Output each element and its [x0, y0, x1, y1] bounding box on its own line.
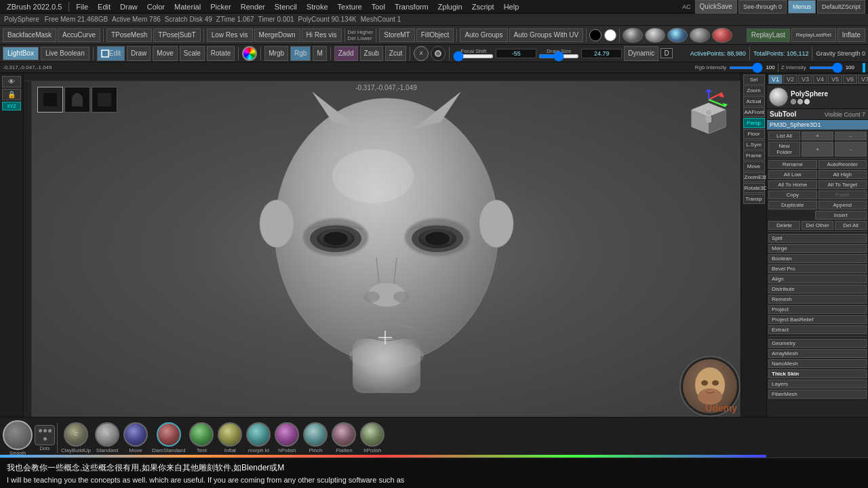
copy-btn[interactable]: Copy	[768, 190, 817, 199]
duplicate-btn[interactable]: Duplicate	[768, 201, 817, 209]
tpose-mesh-button[interactable]: TPoseMesh	[106, 28, 152, 42]
autoreorder-btn[interactable]: AutoReorder	[818, 160, 867, 169]
layers-btn[interactable]: Layers	[768, 380, 867, 388]
boolean-btn[interactable]: Boolean	[768, 254, 867, 263]
progress-indicator[interactable]	[863, 63, 865, 73]
lightbox-button[interactable]: LightBox	[3, 47, 39, 60]
inflate-button[interactable]: Inflate	[837, 28, 865, 42]
live-boolean-button[interactable]: Live Boolean	[41, 47, 90, 60]
bevel-pro-btn[interactable]: Bevel Pro	[768, 264, 867, 273]
menu-picker[interactable]: Picker	[206, 0, 235, 13]
new-folder-btn[interactable]: New Folder	[768, 142, 800, 157]
rename-btn[interactable]: Rename	[768, 160, 817, 169]
menu-zscript[interactable]: Zscript	[468, 0, 498, 13]
stroke-type-selector[interactable]: Dots	[35, 425, 55, 451]
lsym-button[interactable]: L.Sym	[743, 140, 765, 150]
background-color[interactable]	[604, 29, 616, 41]
claybuildupbrush-tool[interactable]: C ClayBuildUp	[60, 421, 92, 455]
align-btn[interactable]: Align	[768, 274, 867, 283]
append-btn[interactable]: Append	[818, 201, 867, 209]
menu-help[interactable]: Help	[500, 0, 524, 13]
draw-button[interactable]: Draw	[127, 46, 151, 61]
hires-button[interactable]: Hi Res vis	[302, 28, 342, 42]
foreground-color[interactable]	[589, 29, 601, 41]
v4-tab[interactable]: V4	[813, 75, 827, 84]
color-dot-3[interactable]	[804, 99, 810, 104]
flat-color-material[interactable]	[623, 28, 643, 43]
flatten-brush-tool[interactable]: Flatten	[330, 421, 357, 455]
project-basrelief-btn[interactable]: Project BasRelief	[768, 315, 867, 324]
merge-btn[interactable]: Merge	[768, 244, 867, 253]
draw-size-slider[interactable]	[538, 54, 579, 58]
menu-texture[interactable]: Texture	[334, 0, 366, 13]
replay-lastrel-button[interactable]: ReplayLastRel	[791, 28, 836, 42]
frame-button[interactable]: Frame	[743, 150, 765, 161]
store-mt-button[interactable]: StoreMT	[379, 28, 414, 42]
rotate3d-button[interactable]: Rotate3D	[743, 183, 765, 193]
menu-edit[interactable]: Edit	[94, 0, 115, 13]
del-all-btn[interactable]: Del All	[835, 221, 867, 230]
split-btn[interactable]: Split	[768, 234, 867, 243]
del-other-btn[interactable]: Del Other	[802, 221, 833, 230]
paste-btn[interactable]: Paste	[818, 190, 867, 199]
persp-button[interactable]: Persp	[743, 118, 765, 128]
color-picker-circle[interactable]	[242, 46, 257, 61]
v6-tab[interactable]: V6	[843, 75, 857, 84]
sidebar-xyz-btn[interactable]: XYZ	[2, 102, 21, 110]
damstandard-brush-tool[interactable]: DamStandard	[151, 421, 186, 455]
color-dot-1[interactable]	[791, 99, 796, 104]
hpolish-brush-tool[interactable]: hPolish	[273, 421, 300, 455]
sidebar-eye-btn[interactable]: 👁	[2, 76, 21, 87]
accu-curve-button[interactable]: AccuCurve	[58, 28, 100, 42]
lowres-button[interactable]: Low Res vis	[207, 28, 253, 42]
remove-btn[interactable]: -	[835, 131, 867, 140]
folder-add-btn[interactable]: +	[802, 142, 833, 157]
sel-button[interactable]: Sel	[743, 75, 765, 85]
polyskin-material[interactable]	[712, 28, 732, 43]
polysphere-preview[interactable]	[769, 87, 788, 106]
menu-stroke[interactable]: Stroke	[302, 0, 332, 13]
thick-skin-btn[interactable]: Thick Skin	[768, 369, 867, 378]
move-button[interactable]: Move	[153, 46, 177, 61]
v3-tab[interactable]: V3	[798, 75, 812, 84]
all-high-btn[interactable]: All High	[818, 170, 867, 179]
viewport[interactable]: -0.317,-0.047,-1.049	[32, 81, 741, 417]
scale-button[interactable]: Scale	[180, 46, 205, 61]
v2-tab[interactable]: V2	[783, 75, 797, 84]
d-toggle-button[interactable]: D	[660, 48, 673, 58]
add-btn[interactable]: +	[802, 131, 833, 140]
focal-shift-slider[interactable]	[453, 54, 494, 58]
sidebar-lock-btn[interactable]: 🔒	[2, 89, 21, 100]
zsub-button[interactable]: Zsub	[360, 46, 383, 61]
v7-tab[interactable]: V7	[858, 75, 868, 84]
backface-mask-button[interactable]: BackfaceMask	[3, 28, 56, 42]
zadd-button[interactable]: Zadd	[334, 46, 358, 61]
menu-tool[interactable]: Tool	[368, 0, 389, 13]
all-to-target-btn[interactable]: All To Target	[818, 180, 867, 189]
auto-groups-button[interactable]: Auto Groups	[460, 28, 507, 42]
head-3d-model[interactable]	[224, 88, 549, 427]
move-3d-button[interactable]: Move	[743, 161, 765, 171]
move-brush-tool[interactable]: Move	[122, 421, 149, 455]
zcut-button[interactable]: Zcut	[385, 46, 406, 61]
zoome3d-button[interactable]: ZoomE3D	[743, 172, 765, 182]
all-to-home-btn[interactable]: All To Home	[768, 180, 817, 189]
actual-button[interactable]: Actual	[743, 96, 765, 106]
menu-material[interactable]: Material	[170, 0, 205, 13]
morphkt-brush-tool[interactable]: morph kt	[245, 421, 272, 455]
transp-button[interactable]: Transp	[743, 194, 765, 204]
arraymesh-btn[interactable]: ArrayMesh	[768, 349, 867, 358]
nanomesh-btn[interactable]: NanoMesh	[768, 359, 867, 368]
quicksave-button[interactable]: QuickSave	[695, 0, 737, 14]
project-btn[interactable]: Project	[768, 305, 867, 314]
hpolish2-brush-tool[interactable]: hPolish	[359, 421, 386, 455]
delete-btn[interactable]: Delete	[768, 221, 800, 230]
auto-groups-uv-button[interactable]: Auto Groups With UV	[509, 28, 584, 42]
menu-zplugin[interactable]: Zplugin	[434, 0, 467, 13]
m-button[interactable]: M	[313, 46, 326, 61]
menu-stencil[interactable]: Stencil	[271, 0, 301, 13]
v5-tab[interactable]: V5	[828, 75, 842, 84]
navigation-cube[interactable]	[685, 89, 732, 144]
menus-button[interactable]: Menus	[788, 0, 816, 14]
standard-brush-tool[interactable]: S Standard	[94, 421, 121, 455]
